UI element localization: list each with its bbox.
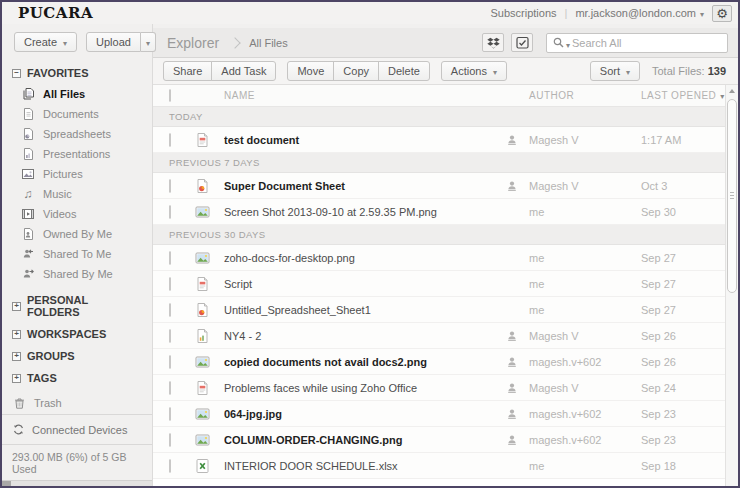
file-author: Magesh V: [529, 180, 641, 192]
row-checkbox[interactable]: [169, 329, 171, 343]
sidebar-item-label: Shared By Me: [43, 268, 113, 280]
file-author: magesh.v+602: [529, 408, 641, 420]
file-row[interactable]: Super Document SheetMagesh VOct 3: [153, 173, 725, 199]
column-header-name[interactable]: NAME: [224, 90, 495, 101]
file-name[interactable]: INTERIOR DOOR SCHEDULE.xlsx: [224, 460, 495, 472]
sidebar-section-tags[interactable]: TAGS: [2, 367, 152, 389]
add-task-button[interactable]: Add Task: [211, 61, 276, 81]
breadcrumb-root[interactable]: Explorer: [167, 35, 219, 51]
row-checkbox[interactable]: [169, 251, 171, 265]
row-checkbox[interactable]: [169, 459, 171, 473]
connected-devices-link[interactable]: Connected Devices: [2, 415, 152, 444]
file-name[interactable]: Problems faces while using Zoho Office: [224, 382, 495, 394]
shared-user-icon: [506, 134, 518, 146]
row-checkbox[interactable]: [169, 205, 171, 219]
file-name[interactable]: zoho-docs-for-desktop.png: [224, 252, 495, 264]
file-name[interactable]: 064-jpg.jpg: [224, 408, 495, 420]
search-box: [546, 33, 728, 53]
file-last-opened: Sep 23: [641, 408, 725, 420]
trash-icon: [12, 396, 26, 410]
sidebar-section-groups[interactable]: GROUPS: [2, 345, 152, 367]
file-row[interactable]: Untitled_Spreadsheet_Sheet1meSep 27: [153, 297, 725, 323]
account-menu[interactable]: mr.jackson@london.com: [575, 7, 704, 19]
sidebar-item-videos[interactable]: Videos: [2, 204, 152, 224]
sidebar-item-shared-to-me[interactable]: Shared To Me: [2, 244, 152, 264]
file-name[interactable]: Super Document Sheet: [224, 180, 495, 192]
column-header-last-opened[interactable]: LAST OPENED: [641, 90, 725, 101]
dropbox-button[interactable]: [482, 33, 504, 52]
column-header-author[interactable]: AUTHOR: [529, 90, 641, 101]
row-checkbox[interactable]: [169, 277, 171, 291]
upload-options-button[interactable]: [141, 32, 156, 52]
file-row[interactable]: NY4 - 2Magesh VSep 26: [153, 323, 725, 349]
select-all-checkbox[interactable]: [169, 89, 171, 102]
file-row[interactable]: zoho-docs-for-desktop.pngmeSep 27: [153, 245, 725, 271]
file-row[interactable]: copied documents not avail docs2.pngmage…: [153, 349, 725, 375]
file-row[interactable]: ScriptmeSep 27: [153, 271, 725, 297]
file-name[interactable]: Untitled_Spreadsheet_Sheet1: [224, 304, 495, 316]
search-scope-chevron-icon[interactable]: [566, 34, 570, 52]
create-button[interactable]: Create: [14, 32, 77, 52]
file-list: TODAYtest documentMagesh V1:17 AMPREVIOU…: [153, 107, 725, 486]
sidebar-section-workspaces[interactable]: WORKSPACES: [2, 323, 152, 345]
sidebar-item-spreadsheets[interactable]: Spreadsheets: [2, 124, 152, 144]
tasks-button[interactable]: [511, 33, 533, 52]
delete-button[interactable]: Delete: [378, 61, 430, 81]
writer-file-icon: [195, 132, 211, 148]
file-name[interactable]: Screen Shot 2013-09-10 at 2.59.35 PM.png: [224, 206, 495, 218]
file-row[interactable]: 064-jpg.jpgmagesh.v+602Sep 23: [153, 401, 725, 427]
move-button[interactable]: Move: [287, 61, 334, 81]
sidebar-item-trash[interactable]: Trash: [2, 393, 152, 413]
share-label: Share: [173, 65, 202, 77]
file-name[interactable]: COLUMN-ORDER-CHANGING.png: [224, 434, 495, 446]
row-checkbox[interactable]: [169, 303, 171, 317]
row-checkbox[interactable]: [169, 407, 171, 421]
file-last-opened: Sep 26: [641, 330, 725, 342]
row-checkbox[interactable]: [169, 133, 171, 147]
copy-button[interactable]: Copy: [333, 61, 379, 81]
writer-file-icon: [195, 380, 211, 396]
list-section-header: PREVIOUS 30 DAYS: [153, 225, 725, 245]
file-name[interactable]: test document: [224, 134, 495, 146]
file-row[interactable]: Problems faces while using Zoho OfficeMa…: [153, 375, 725, 401]
sidebar-section-personal-folders[interactable]: PERSONAL FOLDERS: [2, 289, 152, 323]
image-file-icon: [195, 250, 211, 266]
sidebar-item-label: Presentations: [43, 148, 110, 160]
file-author: me: [529, 278, 641, 290]
file-row[interactable]: INTERIOR DOOR SCHEDULE.xlsxmeSep 18: [153, 453, 725, 479]
sort-button[interactable]: Sort: [590, 61, 640, 81]
subscriptions-link[interactable]: Subscriptions: [490, 7, 556, 19]
last-opened-label: LAST OPENED: [641, 90, 716, 101]
upload-button[interactable]: Upload: [86, 32, 141, 52]
file-row[interactable]: Screen Shot 2013-09-10 at 2.59.35 PM.png…: [153, 199, 725, 225]
sidebar-item-owned-by-me[interactable]: Owned By Me: [2, 224, 152, 244]
row-checkbox[interactable]: [169, 433, 171, 447]
sidebar-item-presentations[interactable]: Presentations: [2, 144, 152, 164]
sidebar-footer: Connected Devices 293.00 MB (6%) of 5 GB…: [2, 414, 152, 486]
settings-button[interactable]: [712, 5, 732, 22]
sidebar-item-all-files[interactable]: All Files: [2, 84, 152, 104]
scrollbar-thumb[interactable]: [727, 99, 737, 293]
row-checkbox[interactable]: [169, 355, 171, 369]
actions-button[interactable]: Actions: [441, 61, 507, 81]
file-name[interactable]: Script: [224, 278, 495, 290]
scrollbar-up-button[interactable]: [726, 85, 738, 97]
share-button[interactable]: Share: [163, 61, 212, 81]
search-input[interactable]: [572, 37, 721, 49]
favorites-section-header[interactable]: FAVORITES: [2, 62, 152, 84]
sidebar-item-shared-by-me[interactable]: Shared By Me: [2, 264, 152, 284]
file-name[interactable]: NY4 - 2: [224, 330, 495, 342]
sidebar-section-label: WORKSPACES: [27, 328, 106, 340]
breadcrumb-current: All Files: [249, 37, 288, 49]
sidebar-item-pictures[interactable]: Pictures: [2, 164, 152, 184]
file-name[interactable]: copied documents not avail docs2.png: [224, 356, 495, 368]
sidebar-item-music[interactable]: ♫Music: [2, 184, 152, 204]
file-author: me: [529, 206, 641, 218]
row-checkbox[interactable]: [169, 381, 171, 395]
shared-user-icon: [506, 434, 518, 446]
sidebar-item-documents[interactable]: Documents: [2, 104, 152, 124]
file-row[interactable]: test documentMagesh V1:17 AM: [153, 127, 725, 153]
file-row[interactable]: COLUMN-ORDER-CHANGING.pngmagesh.v+602Sep…: [153, 427, 725, 453]
app-window: PUCARA Subscriptions | mr.jackson@london…: [0, 0, 740, 488]
row-checkbox[interactable]: [169, 179, 171, 193]
